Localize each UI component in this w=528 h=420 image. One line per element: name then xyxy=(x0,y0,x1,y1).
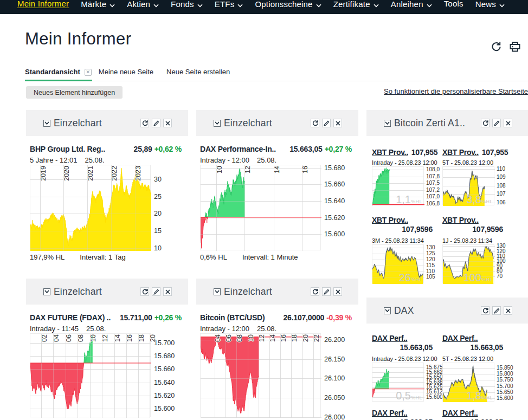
chevron-down-icon xyxy=(215,290,220,294)
y-axis-label: 106,8 xyxy=(426,201,440,206)
y-axis-label: 25 xyxy=(154,193,162,201)
y-axis-label: 15.620 xyxy=(154,392,175,399)
chevron-down-icon xyxy=(110,4,115,8)
nav-item-optionsscheine[interactable]: Optionsscheine xyxy=(249,0,327,9)
widget-edit-button[interactable] xyxy=(322,287,331,296)
mini-instrument-value: 15.663,05 xyxy=(372,343,433,352)
y-axis-label: 120 xyxy=(426,256,435,262)
instrument-name-link[interactable]: BHP Group Ltd. Reg.. xyxy=(30,145,105,153)
widget-edit-button[interactable] xyxy=(492,306,501,315)
y-axis-label: 110 xyxy=(426,268,435,274)
nav-item-mein-informer[interactable]: Mein Informer xyxy=(17,0,75,8)
percent-high-low-watermark: 1,8%HL xyxy=(466,390,493,401)
y-axis-label: 130 xyxy=(426,244,435,250)
mini-instrument-link[interactable]: XBT Prov.. xyxy=(372,148,408,157)
x-axis-label: 16 xyxy=(281,334,287,342)
nav-item-anleihen[interactable]: Anleihen xyxy=(385,0,438,9)
widget-refresh-button[interactable] xyxy=(140,287,149,296)
help-link[interactable]: So funktioniert die personalisierbare St… xyxy=(384,87,528,95)
mini-instrument-link[interactable]: DAX Perf.. xyxy=(372,409,407,417)
nav-item-news[interactable]: News xyxy=(469,0,511,9)
close-icon xyxy=(506,308,511,313)
widget-close-button[interactable] xyxy=(504,119,512,127)
tab-standardansicht[interactable]: Standardansicht✕ xyxy=(25,66,92,81)
chart-caption: 197,9% HLIntervall: 1 Tag xyxy=(30,253,182,261)
close-icon xyxy=(506,121,511,126)
watermark-unit: %HL xyxy=(411,199,422,204)
tab-meine-neue-seite[interactable]: Meine neue Seite xyxy=(92,66,160,81)
widget-edit-button[interactable] xyxy=(322,119,331,127)
mini-chart-cell: DAX Perf..15.663,05Intraday - 25.08.23 1… xyxy=(372,334,442,402)
pencil-icon xyxy=(153,120,159,126)
percent-high-low-watermark: 1,1%HL xyxy=(396,194,422,205)
mini-subtitle: 3M - 25.08.23 11:34 xyxy=(372,237,442,244)
widget-edit-button[interactable] xyxy=(152,119,160,127)
tab-neue-seite-erstellen[interactable]: Neue Seite erstellen xyxy=(160,66,236,81)
mini-title-row: DAX Perf.. xyxy=(442,334,513,343)
nav-item-label: Aktien xyxy=(127,0,150,8)
instrument-name-link[interactable]: DAX Performance-In.. xyxy=(200,145,276,153)
mini-instrument-link[interactable]: XBT Prov.. xyxy=(442,148,479,157)
nav-item-label: ETFs xyxy=(215,0,235,8)
y-axis-label: 15.640 xyxy=(324,197,345,205)
nav-item-aktien[interactable]: Aktien xyxy=(121,0,165,9)
nav-item-zertifikate[interactable]: Zertifikate xyxy=(327,0,385,9)
nav-item-etfs[interactable]: ETFs xyxy=(209,0,249,9)
instrument-subtitle: 5 Jahre - 12:0125.08. xyxy=(30,156,182,164)
mini-instrument-link[interactable]: DAX Perf.. xyxy=(442,409,478,417)
collapse-toggle-checkbox[interactable] xyxy=(214,120,221,127)
collapse-toggle-checkbox[interactable] xyxy=(214,288,221,295)
watermark-unit: %HL xyxy=(481,396,493,400)
refresh-icon xyxy=(482,308,488,314)
widget-refresh-button[interactable] xyxy=(481,306,490,315)
refresh-icon xyxy=(482,120,488,126)
widget-header: Einzelchart xyxy=(26,110,188,136)
nav-item-tools[interactable]: Tools xyxy=(438,0,469,8)
pencil-icon xyxy=(153,120,159,126)
widget-close-button[interactable] xyxy=(504,306,512,315)
instrument-name-link[interactable]: DAX FUTURE (FDAX) .. xyxy=(30,313,111,322)
instrument-subtitle: Intraday - 12:0025.08. xyxy=(200,325,352,333)
widget-close-button[interactable] xyxy=(163,287,172,296)
widget-close-button[interactable] xyxy=(163,119,172,127)
x-axis-label: 2019 xyxy=(41,166,47,181)
nav-item-fonds[interactable]: Fonds xyxy=(165,0,209,9)
refresh-page-button[interactable] xyxy=(491,42,501,52)
instrument-name-link[interactable]: Bitcoin (BTC/USD) xyxy=(200,313,265,322)
mini-instrument-value: 107,9596 xyxy=(372,225,433,234)
widget-refresh-button[interactable] xyxy=(311,119,319,127)
widget-refresh-button[interactable] xyxy=(140,119,149,127)
print-page-button[interactable] xyxy=(510,42,520,52)
collapse-toggle-checkbox[interactable] xyxy=(43,120,50,127)
widget-refresh-button[interactable] xyxy=(311,287,319,296)
instrument-change: +0,26 % xyxy=(154,313,182,322)
widget-refresh-button[interactable] xyxy=(481,119,490,127)
collapse-toggle-checkbox[interactable] xyxy=(43,288,50,295)
mini-instrument-link[interactable]: DAX Perf.. xyxy=(442,334,478,343)
chevron-down-icon xyxy=(385,309,390,313)
chart-xbt1d: 108,0107,8107,5107,2107,0106,81,1%HL xyxy=(372,166,441,205)
mini-instrument-link[interactable]: XBT Prov.. xyxy=(372,216,408,224)
pencil-icon xyxy=(324,120,330,126)
mini-instrument-link[interactable]: XBT Prov.. xyxy=(442,216,479,224)
collapse-toggle-checkbox[interactable] xyxy=(384,307,391,314)
x-axis-label: 14 xyxy=(274,166,280,173)
nav-item-m-rkte[interactable]: Märkte xyxy=(75,0,121,9)
widget-header: Einzelchart xyxy=(196,110,358,136)
tab-close-button[interactable]: ✕ xyxy=(85,69,92,76)
mini-instrument-link[interactable]: DAX Perf.. xyxy=(372,334,407,343)
mini-instrument-value: 107,955 xyxy=(411,148,438,157)
mini-title-row: XBT Prov..107,955 xyxy=(372,148,442,157)
mini-instrument-value: 15.663,05 xyxy=(442,343,503,352)
widget-close-button[interactable] xyxy=(333,119,342,127)
add-element-button[interactable]: Neues Element hinzufügen xyxy=(26,86,123,99)
y-axis-label: 15.680 xyxy=(154,352,175,360)
y-axis-label: 107 xyxy=(497,191,506,197)
mini-subtitle: Intraday - 25.08.23 12:00 xyxy=(372,355,442,363)
collapse-toggle-checkbox[interactable] xyxy=(384,120,391,127)
chart-xbt1j: 130120110100908070100%HL xyxy=(442,244,512,283)
instrument-row: Bitcoin (BTC/USD)26.107,0000-0,39 % xyxy=(200,313,352,323)
widget-close-button[interactable] xyxy=(333,287,342,296)
widget-edit-button[interactable] xyxy=(492,119,501,127)
widget-edit-button[interactable] xyxy=(152,287,160,296)
